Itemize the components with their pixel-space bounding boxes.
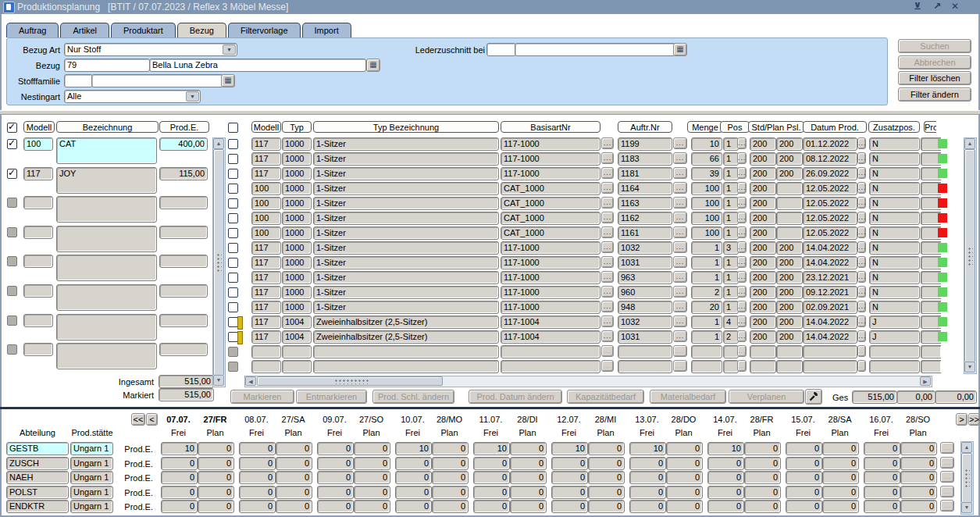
modell-field[interactable]: 117	[251, 330, 281, 344]
frei-field[interactable]: 0	[864, 442, 900, 455]
schedule-nav-last[interactable]: >>	[968, 413, 980, 426]
modell-field[interactable]: 117	[23, 167, 53, 180]
plan-field[interactable]: 0	[822, 486, 859, 499]
zusatz-field[interactable]: N	[869, 226, 920, 240]
frei-field[interactable]: 0	[239, 471, 276, 484]
frei-field[interactable]: 10	[551, 442, 588, 455]
plan-field[interactable]: 0	[432, 442, 469, 455]
abteilung-field[interactable]: NAEH	[6, 471, 69, 484]
pos-field[interactable]: 1	[723, 226, 739, 240]
modell-field[interactable]	[23, 255, 53, 268]
modell-field[interactable]: 117	[251, 286, 281, 299]
left-table-scrollbar-down-icon[interactable]: ▼	[213, 375, 224, 386]
schedule-row-ellipsis-button[interactable]: ...	[940, 442, 954, 454]
right-row-checkbox[interactable]	[228, 273, 238, 283]
plan-field[interactable]: 0	[198, 471, 234, 484]
row-ellipsis-button[interactable]: ...	[737, 286, 747, 298]
tab-artikel[interactable]: Artikel	[60, 23, 109, 37]
row-ellipsis-button[interactable]: ...	[673, 137, 687, 149]
typ-field[interactable]: 1004	[282, 330, 312, 344]
pos-field[interactable]: 1	[723, 286, 739, 299]
frei-field[interactable]: 0	[629, 457, 666, 470]
plan-field[interactable]: 0	[900, 442, 937, 455]
zusatz-field[interactable]: N	[869, 167, 920, 180]
chevron-down-icon[interactable]: ▼	[186, 91, 199, 102]
plan-field[interactable]: 0	[510, 457, 547, 470]
plan-field[interactable]: 0	[354, 457, 390, 470]
plan-field[interactable]: 0	[666, 457, 703, 470]
nestingart-select[interactable]: Alle ▼	[64, 90, 201, 103]
plan-field[interactable]: 0	[744, 486, 781, 499]
row-ellipsis-button[interactable]: ...	[601, 226, 614, 238]
std-field[interactable]: 200	[750, 182, 776, 195]
datum-field[interactable]: 14.04.2022	[803, 330, 857, 344]
std-field[interactable]	[750, 345, 776, 358]
modell-field[interactable]	[251, 360, 281, 373]
row-ellipsis-button[interactable]: ...	[737, 345, 747, 357]
typ-field[interactable]: 1000	[282, 137, 312, 151]
action-entmarkieren[interactable]: Entmarkieren	[296, 390, 367, 404]
plan-field[interactable]: 200	[776, 241, 803, 255]
row-ellipsis-button[interactable]: ...	[857, 212, 866, 223]
plan-field[interactable]: 0	[276, 486, 312, 499]
datum-field[interactable]: 12.05.2022	[803, 197, 857, 210]
pos-field[interactable]: 1	[723, 197, 739, 210]
menge-field[interactable]: 2	[691, 286, 722, 299]
std-field[interactable]: 200	[750, 271, 776, 284]
auftr-nr-field[interactable]: 1163	[618, 197, 672, 210]
row-ellipsis-button[interactable]: ...	[601, 197, 614, 209]
right-row-checkbox[interactable]	[228, 258, 238, 268]
plan-field[interactable]: 0	[744, 457, 781, 470]
row-ellipsis-button[interactable]: ...	[737, 241, 747, 253]
frei-field[interactable]: 0	[551, 486, 588, 499]
lederzuschnitt-name-field[interactable]	[515, 43, 675, 56]
plan-field[interactable]: 0	[744, 442, 781, 455]
schedule-row-ellipsis-button[interactable]: ...	[940, 500, 954, 512]
frei-field[interactable]: 0	[473, 500, 510, 513]
typ-field[interactable]: 1000	[282, 167, 312, 180]
schedule-scrollbar-down-icon[interactable]: ▼	[961, 502, 972, 513]
abteilung-field[interactable]: ENDKTR	[6, 500, 69, 513]
schedule-scrollbar-up-icon[interactable]: ▲	[961, 442, 972, 453]
modell-field[interactable]: 100	[251, 226, 281, 240]
datum-field[interactable]: 12.05.2022	[803, 212, 857, 225]
typ-bez-field[interactable]: 1-Sitzer	[313, 226, 499, 240]
prodstaette-field[interactable]: Ungarn 1	[70, 471, 113, 484]
plan-field[interactable]: 0	[822, 442, 859, 455]
std-field[interactable]: 200	[750, 152, 776, 166]
right-table-scrollbar-thumb[interactable]	[964, 149, 975, 362]
row-ellipsis-button[interactable]: ...	[601, 256, 614, 268]
typ-bez-field[interactable]: 1-Sitzer	[313, 137, 499, 151]
typ-field[interactable]: 1000	[282, 286, 312, 299]
std-field[interactable]: 200	[750, 256, 776, 269]
menge-field[interactable]: 20	[691, 301, 722, 314]
pos-field[interactable]	[723, 360, 739, 373]
row-ellipsis-button[interactable]: ...	[673, 345, 687, 357]
plan-field[interactable]: 0	[588, 500, 625, 513]
plan-field[interactable]	[776, 212, 803, 225]
stofffamilie-name-field[interactable]	[91, 74, 223, 87]
zusatz-field[interactable]: N	[869, 241, 920, 255]
lov-icon[interactable]: ▦	[366, 59, 380, 72]
row-ellipsis-button[interactable]: ...	[673, 271, 687, 283]
frei-field[interactable]: 0	[786, 471, 822, 484]
auftr-nr-field[interactable]: 1031	[618, 256, 672, 269]
frei-field[interactable]: 0	[551, 500, 588, 513]
auftr-nr-field[interactable]: 963	[618, 271, 672, 284]
frei-field[interactable]: 0	[317, 486, 354, 499]
frei-field[interactable]: 0	[239, 442, 276, 455]
prod-e-field[interactable]	[159, 284, 208, 298]
tab-filtervorlage[interactable]: Filtervorlage	[228, 23, 301, 37]
menge-field[interactable]: 1	[691, 330, 722, 344]
typ-field[interactable]	[282, 360, 312, 373]
filter-button-4[interactable]: Filter ändern	[898, 87, 971, 102]
plan-field[interactable]: 0	[588, 457, 625, 470]
restore-icon[interactable]: ↗	[931, 1, 943, 12]
prod-e-field[interactable]	[159, 255, 208, 268]
pro-field[interactable]	[921, 345, 941, 358]
row-ellipsis-button[interactable]: ...	[857, 316, 866, 327]
auftr-nr-field[interactable]: 1183	[618, 152, 672, 166]
datum-field[interactable]: 02.09.2021	[803, 301, 857, 314]
schedule-nav-first[interactable]: <<	[131, 413, 145, 426]
plan-field[interactable]: 0	[822, 457, 859, 470]
